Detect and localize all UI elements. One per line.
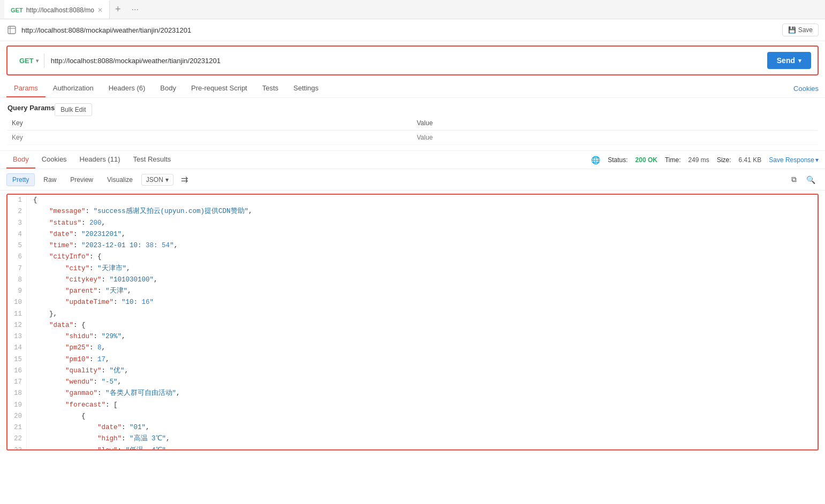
query-params-section: Query Params Bulk Edit Key Value: [0, 98, 825, 150]
bulk-edit-button[interactable]: Bulk Edit: [55, 103, 92, 116]
resp-tab-test-results[interactable]: Test Results: [126, 151, 177, 169]
time-label: Time:: [665, 156, 681, 164]
code-line: 23 "low": "低温 -4℃",: [7, 445, 818, 451]
tab-add-button[interactable]: +: [110, 4, 126, 15]
value-column-header: Value: [413, 116, 818, 131]
size-label: Size:: [717, 156, 731, 164]
send-chevron-icon: ▾: [798, 57, 801, 64]
format-preview-button[interactable]: Preview: [65, 174, 99, 186]
code-line: 10 "updateTime": "10: 16": [7, 297, 818, 308]
active-tab[interactable]: GET http://localhost:8088/mo ✕: [4, 0, 110, 19]
code-line: 15 "pm10": 17,: [7, 354, 818, 365]
code-line: 11 },: [7, 309, 818, 320]
key-cell[interactable]: [7, 131, 413, 145]
send-button[interactable]: Send ▾: [767, 52, 811, 69]
code-line: 17 "wendu": "-5",: [7, 377, 818, 388]
format-bar: Pretty Raw Preview Visualize JSON ▾ ⇉ ⧉ …: [0, 169, 825, 190]
code-line: 13 "shidu": "29%",: [7, 331, 818, 342]
query-params-title: Query Params: [7, 104, 55, 112]
code-line: 9 "parent": "天津",: [7, 286, 818, 297]
svg-rect-0: [8, 26, 16, 34]
code-line: 1{: [7, 195, 818, 206]
table-row: [7, 131, 818, 145]
json-chevron-icon: ▾: [165, 176, 169, 184]
address-icon: [6, 25, 17, 35]
cookies-link[interactable]: Cookies: [793, 85, 819, 93]
tab-more-button[interactable]: ···: [126, 5, 144, 14]
resp-tab-body[interactable]: Body: [6, 151, 35, 169]
json-format-selector[interactable]: JSON ▾: [141, 174, 173, 186]
tab-title: http://localhost:8088/mo: [26, 6, 94, 14]
tab-tests[interactable]: Tests: [255, 80, 286, 97]
code-line: 6 "cityInfo": {: [7, 251, 818, 263]
response-status-area: 🌐 Status: 200 OK Time: 249 ms Size: 6.41…: [591, 156, 819, 164]
code-line: 12 "data": {: [7, 320, 818, 331]
response-code-area[interactable]: 1{2 "message": "success感谢又拍云(upyun.com)提…: [6, 194, 819, 450]
copy-button[interactable]: ⧉: [788, 173, 800, 186]
code-line: 8 "citykey": "101030100",: [7, 274, 818, 286]
response-tabs: Body Cookies Headers (11) Test Results 🌐…: [0, 151, 825, 169]
tab-body[interactable]: Body: [153, 80, 184, 97]
tab-close-icon[interactable]: ✕: [97, 6, 103, 14]
save-icon: 💾: [788, 26, 796, 34]
method-label: GET: [19, 57, 34, 65]
resp-tab-cookies[interactable]: Cookies: [35, 151, 73, 169]
code-line: 16 "quality": "优",: [7, 365, 818, 377]
method-select[interactable]: GET ▾: [14, 54, 44, 68]
tab-params[interactable]: Params: [6, 80, 46, 97]
tab-settings[interactable]: Settings: [286, 80, 326, 97]
address-bar: http://localhost:8088/mockapi/weather/ti…: [0, 19, 825, 41]
tab-headers[interactable]: Headers (6): [101, 80, 153, 97]
format-pretty-button[interactable]: Pretty: [6, 173, 35, 186]
code-line: 14 "pm25": 8,: [7, 342, 818, 354]
tab-method: GET: [11, 7, 23, 13]
code-line: 20 {: [7, 411, 818, 422]
size-value: 6.41 KB: [739, 156, 762, 164]
method-chevron-icon: ▾: [36, 58, 39, 64]
tab-bar: GET http://localhost:8088/mo ✕ + ···: [0, 0, 825, 19]
url-input[interactable]: [44, 54, 767, 68]
status-label: Status:: [608, 156, 627, 164]
params-table: Key Value: [7, 116, 818, 145]
code-line: 18 "ganmao": "各类人群可自由活动",: [7, 388, 818, 399]
code-line: 21 "date": "01",: [7, 422, 818, 433]
format-raw-button[interactable]: Raw: [38, 174, 62, 186]
resp-tab-headers[interactable]: Headers (11): [73, 151, 127, 169]
save-response-button[interactable]: Save Response ▾: [769, 156, 819, 164]
tab-pre-request-script[interactable]: Pre-request Script: [184, 80, 255, 97]
code-line: 4 "date": "20231201",: [7, 229, 818, 240]
code-line: 3 "status": 200,: [7, 218, 818, 229]
code-line: 2 "message": "success感谢又拍云(upyun.com)提供C…: [7, 206, 818, 217]
code-line: 22 "high": "高温 3℃",: [7, 433, 818, 445]
globe-icon: 🌐: [591, 156, 600, 164]
save-button[interactable]: 💾 Save: [782, 24, 819, 36]
format-visualize-button[interactable]: Visualize: [102, 174, 138, 186]
tab-authorization[interactable]: Authorization: [46, 80, 101, 97]
status-value: 200 OK: [635, 156, 657, 164]
code-line: 7 "city": "天津市",: [7, 263, 818, 274]
time-value: 249 ms: [688, 156, 709, 164]
code-line: 5 "time": "2023-12-01 10: 38: 54",: [7, 240, 818, 251]
value-cell[interactable]: [413, 131, 818, 145]
request-tabs: Params Authorization Headers (6) Body Pr…: [0, 80, 825, 98]
key-column-header: Key: [7, 116, 413, 131]
address-url-text: http://localhost:8088/mockapi/weather/ti…: [21, 26, 778, 34]
wrap-lines-button[interactable]: ⇉: [177, 172, 192, 187]
code-line: 19 "forecast": [: [7, 400, 818, 411]
search-button[interactable]: 🔍: [803, 173, 819, 186]
save-response-chevron-icon: ▾: [815, 156, 819, 164]
request-bar: GET ▾ Send ▾: [6, 45, 819, 75]
